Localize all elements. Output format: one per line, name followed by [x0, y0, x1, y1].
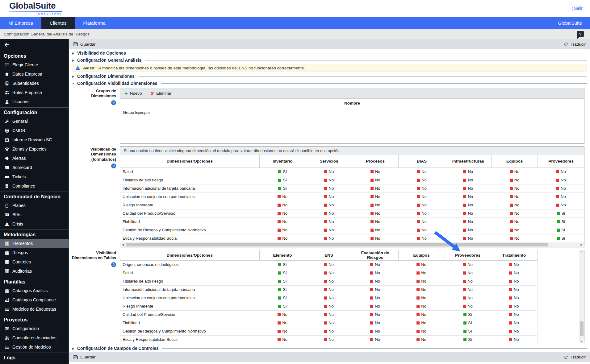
sidebar-item-subentidades[interactable]: Subentidades: [0, 79, 69, 88]
visibility-cell[interactable]: No: [491, 192, 538, 201]
visibility-cell[interactable]: No: [352, 176, 399, 184]
sidebar-item-compliance[interactable]: Compliance: [0, 181, 69, 191]
visibility-cell[interactable]: No: [259, 234, 306, 242]
visibility-cell[interactable]: No: [352, 217, 399, 226]
visibility-cell[interactable]: No: [445, 217, 491, 226]
visibility-cell[interactable]: No: [306, 234, 352, 242]
visibility-cell[interactable]: No: [445, 226, 491, 234]
visibility-cell[interactable]: No: [398, 285, 445, 294]
visibility-cell[interactable]: No: [399, 226, 445, 234]
visibility-cell[interactable]: No: [398, 310, 445, 319]
visibility-cell[interactable]: No: [352, 319, 398, 327]
section-configuracion-visibilidad-dimensiones[interactable]: ▼ Configuración Visibilidad Dimensiones: [69, 80, 590, 87]
visibility-cell[interactable]: No: [398, 335, 445, 344]
visibility-cell[interactable]: No: [491, 226, 538, 234]
visibility-cell[interactable]: No: [445, 176, 491, 184]
visibility-cell[interactable]: No: [445, 201, 491, 209]
visibility-cell[interactable]: No: [491, 234, 538, 242]
visibility-cell[interactable]: No: [398, 302, 445, 310]
translate-button-bottom[interactable]: Traducir: [563, 355, 586, 360]
visibility-cell[interactable]: No: [306, 168, 352, 176]
sidebar-item-consultores-asociados[interactable]: Consultores Asociados: [0, 333, 69, 342]
visibility-cell[interactable]: No: [259, 209, 306, 217]
scroll-right-icon[interactable]: ▶: [579, 242, 584, 247]
visibility-cell[interactable]: No: [352, 277, 398, 285]
save-button-bottom[interactable]: Guardar: [73, 355, 96, 360]
visibility-cell[interactable]: No: [259, 217, 306, 226]
visibility-cell[interactable]: No: [399, 217, 445, 226]
visibility-cell[interactable]: No: [445, 192, 491, 201]
section-configuracion-campos-controles[interactable]: ▶ Configuración de Campos de Controles: [69, 345, 590, 352]
sidebar-item-catalogos-analisis[interactable]: Catálogos Análisis: [0, 286, 69, 295]
visibility-cell[interactable]: No: [259, 319, 306, 327]
visibility-cell[interactable]: No: [352, 294, 398, 302]
visibility-cell[interactable]: No: [306, 302, 352, 310]
visibility-cell[interactable]: No: [352, 168, 399, 176]
visibility-cell[interactable]: No: [445, 277, 491, 285]
visibility-cell[interactable]: No: [259, 226, 306, 234]
save-button[interactable]: Guardar: [73, 42, 96, 47]
visibility-cell[interactable]: No: [306, 176, 352, 184]
visibility-cell[interactable]: Sí: [259, 260, 306, 269]
visibility-cell[interactable]: No: [491, 209, 538, 217]
visibility-cell[interactable]: No: [491, 285, 537, 294]
visibility-cell[interactable]: No: [306, 310, 352, 319]
visibility-cell[interactable]: No: [491, 168, 538, 176]
sidebar-item-bias[interactable]: BIAs: [0, 210, 69, 219]
visibility-cell[interactable]: No: [306, 335, 352, 344]
visibility-cell[interactable]: Sí: [538, 226, 584, 234]
new-button[interactable]: + Nuevo: [124, 91, 142, 96]
visibility-cell[interactable]: Sí: [259, 168, 306, 176]
sidebar-item-catalogos-compliance[interactable]: Catálogos Compliance: [0, 295, 69, 304]
visibility-cell[interactable]: No: [398, 319, 445, 327]
visibility-cell[interactable]: No: [491, 335, 537, 344]
sidebar-item-general[interactable]: General: [0, 117, 69, 126]
visibility-cell[interactable]: No: [306, 226, 352, 234]
visibility-cell[interactable]: No: [445, 294, 491, 302]
visibility-cell[interactable]: No: [306, 269, 352, 277]
visibility-cell[interactable]: No: [306, 217, 352, 226]
visibility-cell[interactable]: No: [352, 209, 399, 217]
visibility-cell[interactable]: No: [445, 269, 491, 277]
visibility-cell[interactable]: No: [491, 217, 538, 226]
visibility-cell[interactable]: No: [352, 327, 398, 335]
back-button[interactable]: [0, 39, 69, 50]
delete-button[interactable]: ✘ Eliminar: [151, 91, 172, 96]
sidebar-item-scorecard[interactable]: Scorecard: [0, 163, 69, 172]
sidebar-item-zonas-y-especies[interactable]: Zonas y Especies: [0, 144, 69, 154]
sidebar-item-roles-empresa[interactable]: Roles Empresa: [0, 88, 69, 97]
visibility-cell[interactable]: No: [399, 176, 445, 184]
sidebar-item-configuracion[interactable]: Configuración: [0, 324, 69, 333]
visibility-cell[interactable]: Sí: [259, 184, 306, 192]
scroll-left-icon[interactable]: ◀: [120, 242, 125, 247]
section-configuracion-dimensiones[interactable]: ▶ Configuración Dimensiones: [69, 72, 590, 80]
logout-link[interactable]: | Salir: [571, 6, 583, 11]
visibility-cell[interactable]: Sí: [445, 310, 491, 319]
visibility-cell[interactable]: No: [306, 319, 352, 327]
visibility-cell[interactable]: No: [445, 234, 491, 242]
visibility-cell[interactable]: No: [491, 277, 537, 285]
visibility-cell[interactable]: No: [398, 269, 445, 277]
visibility-cell[interactable]: No: [306, 327, 352, 335]
sidebar-item-logs-de-accesos[interactable]: Logs de Accesos: [0, 362, 69, 364]
nav-tab-clientes[interactable]: Clientes: [41, 17, 75, 29]
visibility-cell[interactable]: No: [259, 310, 306, 319]
visibility-cell[interactable]: No: [352, 285, 398, 294]
help-circle-icon[interactable]: ?: [111, 262, 116, 267]
visibility-cell[interactable]: No: [399, 184, 445, 192]
visibility-cell[interactable]: No: [306, 184, 352, 192]
visibility-cell[interactable]: No: [538, 168, 584, 176]
visibility-cell[interactable]: No: [491, 176, 538, 184]
visibility-cell[interactable]: No: [491, 327, 537, 335]
visibility-cell[interactable]: No: [306, 294, 352, 302]
visibility-cell[interactable]: No: [538, 192, 584, 201]
visibility-cell[interactable]: No: [491, 269, 537, 277]
visibility-cell[interactable]: No: [538, 176, 584, 184]
visibility-cell[interactable]: No: [259, 192, 306, 201]
visibility-cell[interactable]: No: [352, 226, 399, 234]
visibility-cell[interactable]: Sí: [259, 285, 306, 294]
visibility-cell[interactable]: No: [352, 192, 399, 201]
scroll-down-icon[interactable]: ▼: [579, 340, 584, 343]
sidebar-item-modelos-de-encuestas[interactable]: Modelos de Encuestas: [0, 304, 69, 314]
visibility-cell[interactable]: No: [491, 319, 537, 327]
